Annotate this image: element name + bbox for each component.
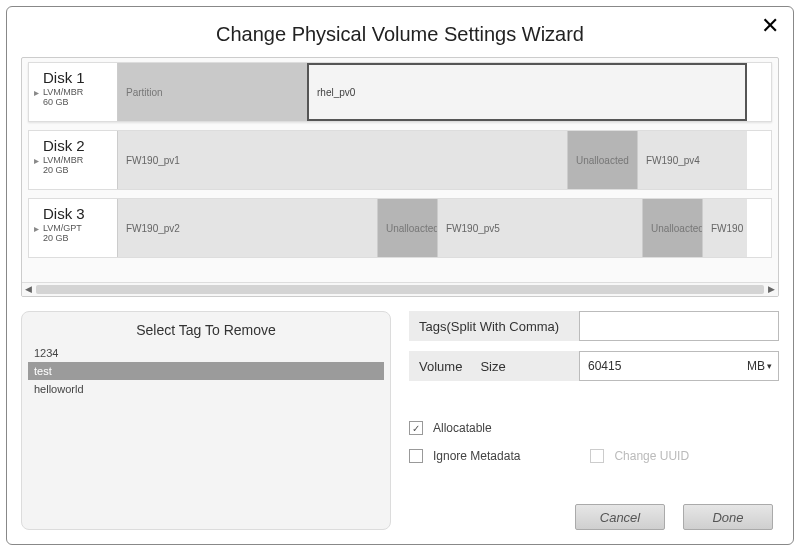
ignore-metadata-row[interactable]: Ignore Metadata [409, 449, 520, 463]
size-input[interactable] [588, 359, 745, 373]
disk-segment[interactable]: FW190_pv4 [637, 131, 747, 189]
disk-list: ▸Disk 1LVM/MBR60 GBPartitionrhel_pv0▸Dis… [22, 58, 778, 282]
scroll-right-icon[interactable]: ▶ [768, 284, 775, 294]
scrollbar-thumb[interactable] [36, 285, 764, 294]
disk-size: 20 GB [43, 233, 113, 243]
form-column: Tags(Split With Comma) Volume Size MB ▾ [409, 311, 779, 530]
disk-segment[interactable]: FW190 [702, 199, 747, 257]
disk-size: 20 GB [43, 165, 113, 175]
allocatable-row[interactable]: ✓ Allocatable [409, 421, 779, 435]
ignore-metadata-label: Ignore Metadata [433, 449, 520, 463]
size-word: Size [480, 359, 505, 374]
disk-segment[interactable]: FW190_pv2 [117, 199, 377, 257]
allocatable-checkbox[interactable]: ✓ [409, 421, 423, 435]
lower-area: Select Tag To Remove 1234testhelloworld … [21, 311, 779, 530]
disk-name: Disk 1 [43, 69, 113, 86]
disk-type: LVM/GPT [43, 223, 113, 233]
disk-segment[interactable]: Unalloacted [377, 199, 437, 257]
disk-label: Disk 3LVM/GPT20 GB [43, 199, 117, 257]
wizard-dialog: Change Physical Volume Settings Wizard ✕… [6, 6, 794, 545]
chevron-right-icon[interactable]: ▸ [29, 131, 43, 189]
change-uuid-checkbox [590, 449, 604, 463]
disk-segment[interactable]: Partition [117, 63, 307, 121]
second-check-row: Ignore Metadata Change UUID [409, 449, 779, 477]
chevron-down-icon: ▾ [767, 361, 772, 371]
disk-segment[interactable]: Unalloacted [567, 131, 637, 189]
allocatable-label: Allocatable [433, 421, 492, 435]
disk-panel: ▸Disk 1LVM/MBR60 GBPartitionrhel_pv0▸Dis… [21, 57, 779, 297]
volume-size-label: Volume Size [409, 351, 579, 381]
cancel-button[interactable]: Cancel [575, 504, 665, 530]
done-button[interactable]: Done [683, 504, 773, 530]
disk-segments: Partitionrhel_pv0 [117, 63, 771, 121]
close-icon[interactable]: ✕ [761, 15, 779, 37]
tags-label: Tags(Split With Comma) [409, 311, 579, 341]
size-row: Volume Size MB ▾ [409, 351, 779, 381]
disk-segment[interactable]: FW190_pv5 [437, 199, 642, 257]
chevron-right-icon[interactable]: ▸ [29, 63, 43, 121]
checkbox-area: ✓ Allocatable Ignore Metadata Change UUI… [409, 421, 779, 477]
tags-row: Tags(Split With Comma) [409, 311, 779, 341]
tag-item[interactable]: test [28, 362, 384, 380]
disk-name: Disk 2 [43, 137, 113, 154]
disk-type: LVM/MBR [43, 155, 113, 165]
unit-label: MB [747, 359, 765, 373]
horizontal-scrollbar[interactable]: ◀ ▶ [22, 282, 778, 296]
disk-label: Disk 2LVM/MBR20 GB [43, 131, 117, 189]
disk-size: 60 GB [43, 97, 113, 107]
tag-remove-panel: Select Tag To Remove 1234testhelloworld [21, 311, 391, 530]
disk-row[interactable]: ▸Disk 2LVM/MBR20 GBFW190_pv1UnalloactedF… [28, 130, 772, 190]
unit-select[interactable]: MB ▾ [745, 359, 774, 373]
disk-segment[interactable]: rhel_pv0 [307, 63, 747, 121]
tag-item[interactable]: helloworld [28, 380, 384, 398]
disk-segment[interactable]: Unalloacted [642, 199, 702, 257]
disk-label: Disk 1LVM/MBR60 GB [43, 63, 117, 121]
chevron-right-icon[interactable]: ▸ [29, 199, 43, 257]
disk-name: Disk 3 [43, 205, 113, 222]
dialog-title: Change Physical Volume Settings Wizard [216, 23, 584, 46]
disk-segments: FW190_pv2UnalloactedFW190_pv5Unalloacted… [117, 199, 771, 257]
dialog-buttons: Cancel Done [575, 504, 773, 530]
tags-input[interactable] [579, 311, 779, 341]
scroll-left-icon[interactable]: ◀ [25, 284, 32, 294]
tag-panel-title: Select Tag To Remove [28, 322, 384, 338]
size-input-wrap: MB ▾ [579, 351, 779, 381]
disk-type: LVM/MBR [43, 87, 113, 97]
disk-row[interactable]: ▸Disk 3LVM/GPT20 GBFW190_pv2UnalloactedF… [28, 198, 772, 258]
change-uuid-label: Change UUID [614, 449, 689, 463]
title-bar: Change Physical Volume Settings Wizard ✕ [21, 17, 779, 51]
ignore-metadata-checkbox[interactable] [409, 449, 423, 463]
change-uuid-row: Change UUID [590, 449, 689, 463]
tag-list: 1234testhelloworld [28, 344, 384, 523]
disk-segment[interactable]: FW190_pv1 [117, 131, 567, 189]
tag-item[interactable]: 1234 [28, 344, 384, 362]
disk-row[interactable]: ▸Disk 1LVM/MBR60 GBPartitionrhel_pv0 [28, 62, 772, 122]
volume-word: Volume [419, 359, 462, 374]
disk-segments: FW190_pv1UnalloactedFW190_pv4 [117, 131, 771, 189]
